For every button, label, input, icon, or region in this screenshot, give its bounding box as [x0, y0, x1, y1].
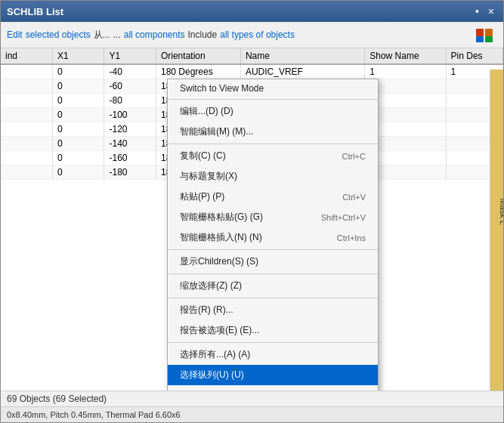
context-menu-item[interactable]: 智能编辑(M) (M)...	[168, 122, 378, 142]
menu-separator	[168, 342, 378, 343]
menu-item-label: 与标题复制(X)	[180, 170, 237, 183]
svg-rect-1	[485, 29, 493, 36]
context-menu-item[interactable]: 复制(C) (C)Ctrl+C	[168, 146, 378, 166]
objects-count: 69 Objects (69 Selected)	[7, 394, 107, 404]
ellipsis: ...	[113, 29, 121, 40]
bottom-info: 0x8.40mm, Pitch 0.45mm, Thermal Pad 6.60…	[1, 406, 503, 422]
context-menu-item[interactable]: 报告被选项(E) (E)...	[168, 320, 378, 341]
menu-item-label: 报告(R) (R)...	[180, 304, 233, 316]
menu-item-label: 编辑...(D) (D)	[180, 105, 233, 118]
context-menu: Switch to View Mode编辑...(D) (D)智能编辑(M) (…	[167, 79, 379, 391]
context-menu-item[interactable]: 粘贴(P) (P)Ctrl+V	[168, 187, 378, 207]
context-menu-overlay: Switch to View Mode编辑...(D) (D)智能编辑(M) (…	[1, 48, 503, 391]
context-menu-item[interactable]: 智能栅格插入(N) (N)Ctrl+Ins	[168, 227, 378, 248]
close-button[interactable]: ×	[485, 6, 497, 17]
menu-item-label: 智能栅格粘贴(G) (G)	[180, 211, 263, 224]
all-types-link[interactable]: all types of objects	[220, 29, 295, 40]
menu-item-label: 报告被选项(E) (E)...	[180, 324, 259, 337]
from-label: 从...	[94, 29, 110, 42]
selected-objects-link[interactable]: selected objects	[26, 29, 91, 40]
window-title: SCHLIB List	[7, 6, 63, 17]
menu-item-label: 复制(C) (C)	[180, 150, 226, 162]
all-components-link[interactable]: all components	[124, 29, 185, 40]
menu-item-shortcut: Ctrl+Ins	[337, 233, 366, 242]
menu-item-shortcut: Shift+Ctrl+V	[321, 213, 366, 222]
context-menu-item[interactable]: 与标题复制(X)	[168, 166, 378, 187]
context-menu-item[interactable]: 编辑...(D) (D)	[168, 101, 378, 122]
menu-separator	[168, 249, 378, 250]
menu-separator	[168, 298, 378, 298]
logo-icon	[473, 24, 497, 45]
menu-item-shortcut: Ctrl+V	[342, 193, 366, 202]
menu-item-label: 选择行(Y)	[180, 389, 219, 391]
menu-item-label: 选择纵列(U) (U)	[180, 369, 244, 381]
svg-rect-0	[476, 29, 484, 36]
table-area: ind X1 Y1 Orientation Name Show Name Pin…	[1, 48, 503, 391]
menu-item-label: Switch to View Mode	[180, 83, 264, 94]
menu-item-label: 缩放选择(Z) (Z)	[180, 279, 242, 292]
svg-rect-3	[485, 36, 493, 42]
menu-separator	[168, 273, 378, 274]
status-bar: 69 Objects (69 Selected)	[1, 391, 503, 406]
menu-item-label: 智能栅格插入(N) (N)	[180, 231, 262, 244]
svg-rect-2	[476, 36, 484, 42]
context-menu-item[interactable]: 报告(R) (R)...	[168, 300, 378, 320]
menu-separator	[168, 99, 378, 100]
menu-separator	[168, 144, 378, 144]
context-menu-item[interactable]: 智能栅格粘贴(G) (G)Shift+Ctrl+V	[168, 207, 378, 227]
context-menu-item[interactable]: 选择所有...(A) (A)	[168, 344, 378, 365]
pin-button[interactable]: •	[472, 6, 482, 17]
context-menu-item[interactable]: 显示Children(S) (S)	[168, 252, 378, 272]
bottom-text: 0x8.40mm, Pitch 0.45mm, Thermal Pad 6.60…	[7, 410, 181, 419]
title-controls: • ×	[472, 6, 497, 17]
menu-item-label: 显示Children(S) (S)	[180, 255, 258, 268]
context-menu-item[interactable]: Switch to View Mode	[168, 79, 378, 97]
menu-bar: Edit selected objects 从... ... all compo…	[1, 22, 503, 48]
edit-menu[interactable]: Edit	[7, 29, 23, 40]
context-menu-item[interactable]: 选择行(Y)	[168, 385, 378, 391]
context-menu-item[interactable]: 缩放选择(Z) (Z)	[168, 276, 378, 296]
title-bar: SCHLIB List • ×	[1, 1, 503, 22]
context-menu-item[interactable]: 选择纵列(U) (U)	[168, 365, 378, 385]
menu-item-label: 选择所有...(A) (A)	[180, 348, 250, 361]
main-window: SCHLIB List • × Edit selected objects 从.…	[0, 0, 504, 423]
include-label: Include	[188, 29, 218, 40]
menu-item-label: 智能编辑(M) (M)...	[180, 125, 253, 138]
menu-item-shortcut: Ctrl+C	[342, 152, 366, 161]
menu-item-label: 粘贴(P) (P)	[180, 190, 224, 203]
